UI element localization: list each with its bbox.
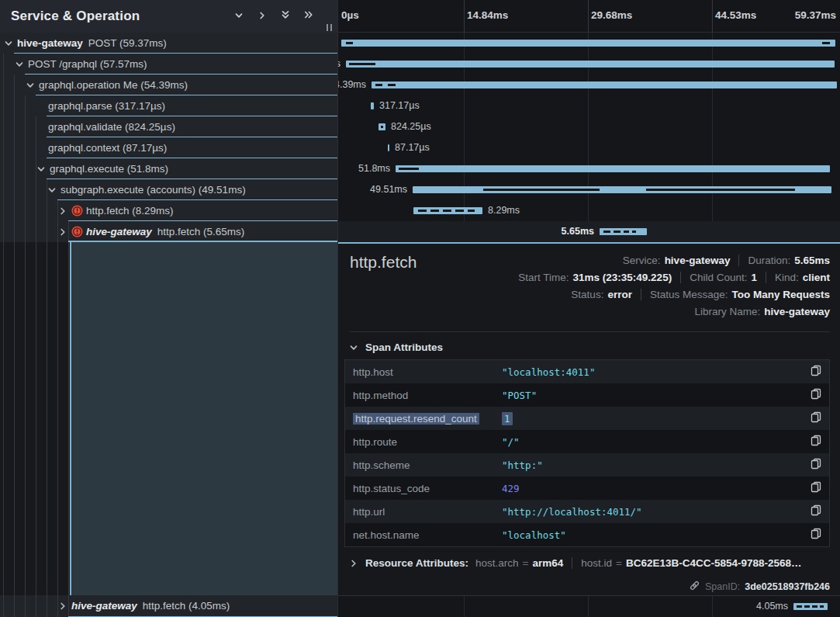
- span-bar[interactable]: [413, 207, 482, 214]
- attribute-value: 1: [502, 413, 804, 425]
- span-name: POST /graphql (57.57ms): [28, 54, 147, 75]
- span-bar[interactable]: [379, 123, 385, 130]
- attribute-key: http.host: [353, 366, 502, 378]
- row-underline: [47, 116, 337, 116]
- row-underline: [47, 137, 337, 137]
- tree-panel-title: Service & Operation: [11, 9, 140, 24]
- expander-chevron-down-icon[interactable]: [4, 39, 13, 48]
- timeline-panel: 59.37ms57.57ms54.39ms317.17µs824.25µs87.…: [337, 0, 840, 617]
- collapse-all-button[interactable]: [277, 9, 294, 24]
- attribute-row[interactable]: net.host.name"localhost": [345, 523, 829, 546]
- attribute-row[interactable]: http.url"http://localhost:4011/": [345, 500, 829, 523]
- meta-value: error: [607, 289, 632, 300]
- span-bar-child-marker: [822, 42, 830, 44]
- timeline-row: 59.37ms: [338, 33, 840, 54]
- expand-one-button[interactable]: [254, 9, 271, 24]
- span-bar[interactable]: [600, 228, 647, 235]
- error-icon: [71, 226, 83, 237]
- copy-button[interactable]: [804, 388, 821, 402]
- tree-row[interactable]: graphql.parse (317.17µs): [0, 95, 337, 116]
- detail-separator: [350, 331, 830, 332]
- chevron-right-icon: [349, 559, 358, 568]
- copy-button[interactable]: [804, 365, 821, 379]
- panel-resize-handle[interactable]: [327, 24, 332, 31]
- tree-row[interactable]: graphql.execute (51.8ms): [0, 158, 337, 179]
- span-bar[interactable]: [371, 102, 374, 109]
- span-attributes-table: http.host"localhost:4011"http.method"POS…: [344, 359, 830, 547]
- expander-chevron-down-icon[interactable]: [15, 60, 24, 69]
- attribute-row[interactable]: http.request.resend_count1: [345, 407, 829, 430]
- meta-value: 1: [751, 272, 757, 283]
- expander-chevron-down-icon[interactable]: [47, 185, 57, 195]
- meta-label: Duration:: [748, 255, 790, 266]
- copy-button[interactable]: [804, 435, 821, 449]
- span-bar-child-marker: [624, 231, 629, 233]
- tree-row[interactable]: graphql.context (87.17µs): [0, 137, 337, 158]
- span-bar-child-marker: [455, 210, 464, 212]
- span-bar[interactable]: [372, 81, 837, 88]
- meta-divider: [680, 272, 681, 283]
- span-service-name: hive-gateway: [17, 37, 83, 49]
- attribute-row[interactable]: http.route"/": [345, 430, 829, 453]
- span-bar-child-marker: [632, 231, 636, 233]
- attribute-row[interactable]: http.scheme"http:": [345, 453, 829, 477]
- resource-value: arm64: [532, 557, 563, 569]
- attribute-value: "localhost:4011": [502, 366, 804, 378]
- expander-chevron-down-icon[interactable]: [36, 165, 46, 174]
- row-underline: [47, 179, 337, 179]
- tree-row[interactable]: POST /graphql (57.57ms): [0, 54, 337, 75]
- link-icon[interactable]: [689, 580, 700, 594]
- span-meta-line: Start Time:31ms (23:35:49.225)Child Coun…: [518, 272, 830, 283]
- expander-chevron-right-icon[interactable]: [58, 206, 67, 216]
- span-id: SpanID: 3de02518937fb246: [689, 580, 830, 594]
- resource-key: host.arch: [475, 557, 519, 569]
- span-bar[interactable]: [396, 165, 830, 172]
- span-attributes-header[interactable]: Span Attributes: [349, 341, 443, 353]
- row-underline: [47, 158, 337, 158]
- attribute-value: "POST": [502, 390, 804, 401]
- span-bar-child-marker: [820, 605, 824, 608]
- copy-icon: [811, 481, 821, 495]
- resource-attributes-title: Resource Attributes:: [365, 557, 468, 569]
- span-id-label: SpanID:: [705, 581, 740, 592]
- attribute-row[interactable]: http.status_code429: [345, 477, 829, 500]
- copy-button[interactable]: [804, 458, 821, 472]
- tree-row[interactable]: hive-gatewayhttp.fetch (5.65ms): [0, 221, 337, 242]
- expander-chevron-right-icon[interactable]: [58, 601, 67, 611]
- copy-button[interactable]: [804, 504, 821, 518]
- timeline-tick-label: 44.53ms: [715, 9, 756, 21]
- copy-button[interactable]: [804, 528, 821, 542]
- tree-row[interactable]: subgraph.execute (accounts) (49.51ms): [0, 179, 337, 200]
- span-operation-label: http.fetch (8.29ms): [86, 205, 174, 217]
- copy-icon: [811, 435, 821, 449]
- expand-all-button[interactable]: [300, 9, 317, 24]
- span-operation-label: graphql.execute (51.8ms): [50, 163, 168, 175]
- copy-button[interactable]: [804, 411, 821, 425]
- indent-guide: [25, 95, 26, 617]
- span-operation-label: graphql.validate (824.25µs): [48, 121, 175, 133]
- span-bar[interactable]: [341, 40, 835, 47]
- tree-row[interactable]: graphql.operation Me (54.39ms): [0, 75, 337, 95]
- span-bar[interactable]: [388, 144, 389, 151]
- meta-label: Status:: [571, 289, 603, 300]
- span-bar[interactable]: [793, 603, 828, 610]
- timeline-tick-label: 14.84ms: [467, 9, 508, 21]
- span-meta-line: Status:errorStatus Message:Too Many Requ…: [571, 289, 830, 300]
- tree-row[interactable]: hive-gatewayhttp.fetch (4.05ms): [0, 595, 337, 617]
- timeline-row: 5.65ms: [338, 221, 840, 242]
- tree-row[interactable]: hive-gatewayPOST (59.37ms): [0, 33, 337, 54]
- expander-chevron-right-icon[interactable]: [58, 227, 67, 237]
- tree-row[interactable]: graphql.validate (824.25µs): [0, 116, 337, 137]
- resource-attributes-row[interactable]: Resource Attributes:host.arch=arm64host.…: [349, 557, 802, 569]
- span-name: graphql.context (87.17µs): [48, 137, 167, 158]
- attribute-row[interactable]: http.host"localhost:4011": [345, 360, 829, 383]
- collapse-one-button[interactable]: [230, 9, 247, 24]
- tree-row[interactable]: http.fetch (8.29ms): [0, 200, 337, 221]
- attribute-key: http.url: [353, 506, 502, 518]
- span-bar[interactable]: [346, 61, 835, 68]
- copy-button[interactable]: [804, 481, 821, 495]
- span-bar[interactable]: [413, 186, 831, 193]
- selected-text: 1: [502, 412, 513, 425]
- attribute-row[interactable]: http.method"POST": [345, 383, 829, 407]
- expander-chevron-down-icon[interactable]: [26, 81, 35, 90]
